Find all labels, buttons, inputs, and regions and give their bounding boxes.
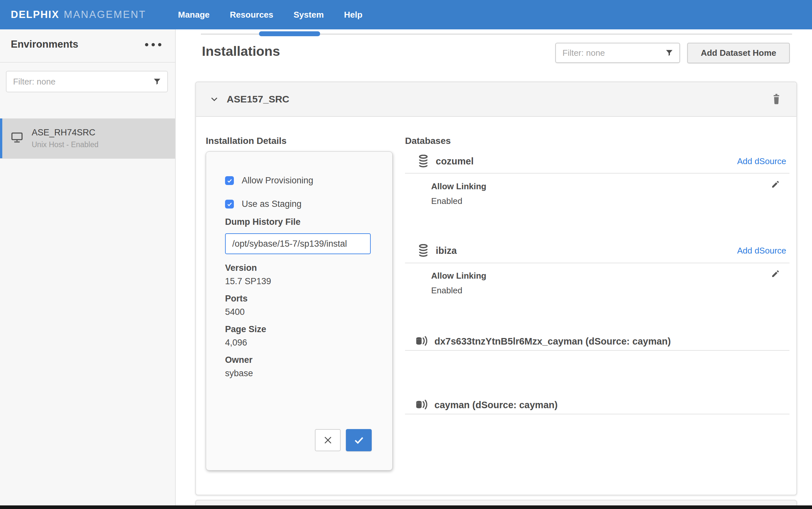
- owner-value: sybase: [225, 368, 253, 378]
- dsource-name: dx7s633tnzYtnB5lr6Mzx_cayman (dSource: c…: [434, 336, 671, 347]
- installation-details-card: Allow Provisioning Use as Staging Dump H…: [206, 151, 393, 471]
- trash-icon[interactable]: [772, 93, 781, 104]
- page-size-field: Page Size 4,096: [225, 324, 266, 348]
- sidebar-item-environment[interactable]: ASE_RH74SRC Unix Host - Enabled: [0, 118, 175, 159]
- chevron-down-icon[interactable]: [210, 95, 219, 104]
- main-nav: Manage Resources System Help: [178, 0, 363, 29]
- bottom-edge-artifact: [0, 505, 812, 509]
- sidebar-header: Environments: [0, 29, 175, 63]
- installations-filter-input[interactable]: [562, 48, 665, 58]
- dsource-broadcast-database-icon: [415, 399, 429, 410]
- ports-field: Ports 5400: [225, 294, 248, 317]
- filter-funnel-icon[interactable]: [665, 48, 674, 57]
- databases-title: Databases: [405, 136, 451, 146]
- page-size-value: 4,096: [225, 338, 266, 348]
- use-as-staging-checkbox[interactable]: [225, 200, 234, 208]
- allow-linking-property: Allow Linking Enabled: [431, 181, 486, 206]
- edit-pencil-icon[interactable]: [771, 179, 780, 189]
- version-field: Version 15.7 SP139: [225, 263, 271, 286]
- cancel-button[interactable]: [315, 429, 341, 451]
- nav-item-manage[interactable]: Manage: [178, 10, 210, 20]
- allow-linking-value: Enabled: [431, 196, 486, 206]
- allow-linking-value: Enabled: [431, 285, 486, 296]
- nav-item-help[interactable]: Help: [344, 10, 362, 20]
- version-value: 15.7 SP139: [225, 276, 271, 286]
- database-icon: [417, 155, 429, 168]
- use-as-staging-label: Use as Staging: [242, 199, 302, 209]
- installations-filter: [555, 43, 680, 63]
- brand-secondary: MANAGEMENT: [64, 9, 146, 21]
- row-divider: [405, 350, 789, 351]
- environment-status: Unix Host - Enabled: [32, 140, 99, 149]
- check-icon: [353, 435, 365, 446]
- sidebar-filter-input[interactable]: [12, 76, 153, 87]
- allow-provisioning-label: Allow Provisioning: [242, 175, 313, 185]
- brand-logo: DELPHIX MANAGEMENT: [11, 0, 146, 29]
- details-card-actions: [315, 429, 372, 451]
- environments-sidebar: Environments ASE_RH74SRC Unix Host - Ena…: [0, 29, 176, 509]
- dsource-broadcast-database-icon: [415, 336, 429, 347]
- host-icon: [11, 132, 23, 145]
- sidebar-filter: [6, 71, 168, 92]
- main-content: Installations Add Dataset Home ASE157_SR…: [176, 29, 812, 509]
- add-dsource-link[interactable]: Add dSource: [737, 246, 786, 256]
- horizontal-scrollbar-thumb[interactable]: [259, 31, 320, 36]
- allow-linking-label: Allow Linking: [431, 271, 486, 281]
- dump-history-file-label: Dump History File: [225, 217, 301, 227]
- dsource-row: cayman (dSource: cayman): [405, 396, 789, 414]
- dump-history-file-input[interactable]: [225, 233, 371, 254]
- dsource-name: cayman (dSource: cayman): [434, 400, 558, 410]
- confirm-button[interactable]: [346, 429, 372, 451]
- edit-pencil-icon[interactable]: [771, 269, 780, 279]
- page-size-label: Page Size: [225, 324, 266, 334]
- version-label: Version: [225, 263, 271, 273]
- owner-field: Owner sybase: [225, 355, 253, 378]
- filter-funnel-icon[interactable]: [153, 77, 161, 86]
- ellipsis-menu-icon[interactable]: [145, 43, 161, 46]
- owner-label: Owner: [225, 355, 253, 365]
- row-divider: [405, 263, 789, 263]
- nav-item-system[interactable]: System: [294, 10, 324, 20]
- database-row: ibiza Add dSource: [405, 241, 789, 260]
- sidebar-title: Environments: [11, 38, 79, 50]
- database-icon: [417, 244, 429, 257]
- database-row: cozumel Add dSource: [405, 152, 789, 170]
- environment-name: ASE_RH74SRC: [32, 128, 99, 138]
- ports-value: 5400: [225, 307, 248, 317]
- dsource-row: dx7s633tnzYtnB5lr6Mzx_cayman (dSource: c…: [405, 332, 789, 350]
- selected-accent-bar: [0, 118, 2, 158]
- delphix-management-app: DELPHIX MANAGEMENT Manage Resources Syst…: [0, 0, 812, 509]
- add-dataset-home-button[interactable]: Add Dataset Home: [687, 43, 790, 63]
- brand-primary: DELPHIX: [11, 9, 59, 21]
- row-divider: [405, 414, 789, 414]
- row-divider: [405, 173, 789, 174]
- installation-panel: ASE157_SRC Installation Details: [195, 81, 797, 495]
- close-icon: [323, 435, 333, 445]
- database-name: cozumel: [436, 156, 474, 167]
- page-title: Installations: [202, 44, 280, 59]
- allow-provisioning-row: Allow Provisioning: [225, 175, 313, 185]
- add-dsource-link[interactable]: Add dSource: [737, 156, 786, 166]
- nav-item-resources[interactable]: Resources: [230, 10, 273, 20]
- allow-linking-label: Allow Linking: [431, 181, 486, 192]
- allow-provisioning-checkbox[interactable]: [225, 176, 234, 185]
- top-nav: DELPHIX MANAGEMENT Manage Resources Syst…: [0, 0, 812, 29]
- installation-panel-header[interactable]: ASE157_SRC: [196, 82, 796, 117]
- allow-linking-property: Allow Linking Enabled: [431, 271, 486, 296]
- use-as-staging-row: Use as Staging: [225, 199, 302, 209]
- installation-details-title: Installation Details: [206, 136, 286, 146]
- database-name: ibiza: [436, 245, 457, 256]
- ports-label: Ports: [225, 294, 248, 304]
- installation-name: ASE157_SRC: [227, 94, 289, 105]
